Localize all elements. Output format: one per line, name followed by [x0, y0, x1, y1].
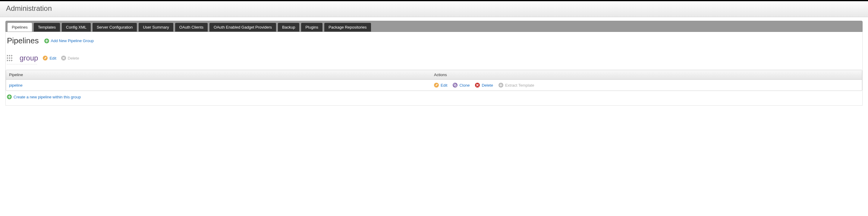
svg-marker-4: [9, 57, 10, 59]
tab-templates[interactable]: Templates: [34, 23, 60, 32]
pipeline-extract-template-link: Extract Template: [498, 83, 534, 87]
svg-marker-6: [7, 60, 8, 61]
group-delete-link: Delete: [61, 56, 79, 61]
col-header-actions: Actions: [434, 72, 859, 77]
table-row: pipeline Edit Clone: [6, 80, 862, 91]
plus-icon: [44, 38, 49, 43]
tab-oauth-clients[interactable]: OAuth Clients: [175, 23, 208, 32]
tab-package-repositories[interactable]: Package Repositories: [324, 23, 371, 32]
svg-marker-7: [9, 60, 10, 61]
svg-marker-0: [7, 55, 8, 57]
x-icon: [475, 83, 480, 87]
copy-icon: [453, 83, 458, 87]
add-pipeline-group-link[interactable]: Add New Pipeline Group: [44, 38, 94, 43]
tab-config-xml[interactable]: Config XML: [62, 23, 91, 32]
page-title: Administration: [6, 4, 862, 13]
page-header: Administration: [0, 1, 868, 17]
pipeline-delete-label: Delete: [482, 83, 493, 87]
pipeline-edit-link[interactable]: Edit: [434, 83, 447, 87]
svg-marker-3: [7, 57, 8, 59]
group-edit-link[interactable]: Edit: [43, 56, 56, 61]
svg-marker-2: [11, 55, 13, 57]
pipeline-clone-link[interactable]: Clone: [453, 83, 470, 87]
tab-oauth-gadget-providers[interactable]: OAuth Enabled Gadget Providers: [210, 23, 276, 32]
tab-pipelines[interactable]: Pipelines: [7, 23, 32, 32]
plus-icon: [7, 95, 12, 99]
pencil-icon: [434, 83, 439, 87]
col-header-pipeline: Pipeline: [9, 72, 434, 77]
tab-backup[interactable]: Backup: [278, 23, 299, 32]
tab-server-configuration[interactable]: Server Configuration: [93, 23, 137, 32]
pencil-icon: [43, 56, 48, 61]
group-header: group Edit Delete: [6, 54, 862, 65]
svg-marker-8: [11, 60, 13, 61]
x-icon: [61, 56, 66, 61]
create-pipeline-label: Create a new pipeline within this group: [13, 95, 81, 99]
group-underline: [7, 64, 37, 64]
pipeline-delete-link[interactable]: Delete: [475, 83, 493, 87]
plus-icon: [498, 83, 503, 87]
tab-plugins[interactable]: Plugins: [301, 23, 322, 32]
table-header: Pipeline Actions: [6, 70, 862, 80]
add-pipeline-group-label: Add New Pipeline Group: [51, 38, 94, 43]
group-name: group: [20, 54, 38, 62]
section-title: Pipelines: [7, 36, 39, 45]
group-edit-label: Edit: [50, 56, 56, 61]
pipeline-name-link[interactable]: pipeline: [9, 83, 23, 87]
group-delete-label: Delete: [68, 56, 79, 61]
svg-marker-5: [11, 57, 13, 59]
pipeline-extract-template-label: Extract Template: [505, 83, 534, 87]
tab-bar: Pipelines Templates Config XML Server Co…: [5, 21, 863, 32]
pipeline-clone-label: Clone: [459, 83, 470, 87]
tab-user-summary[interactable]: User Summary: [138, 23, 173, 32]
create-pipeline-link[interactable]: Create a new pipeline within this group: [7, 95, 81, 99]
section-header: Pipelines Add New Pipeline Group: [6, 36, 862, 45]
group-icon: [7, 55, 15, 61]
pipeline-edit-label: Edit: [441, 83, 447, 87]
page-body: Pipelines Add New Pipeline Group: [5, 32, 863, 106]
svg-marker-1: [9, 55, 10, 57]
create-pipeline-link-row: Create a new pipeline within this group: [6, 95, 862, 99]
pipelines-table: Pipeline Actions pipeline Edit: [6, 70, 862, 91]
